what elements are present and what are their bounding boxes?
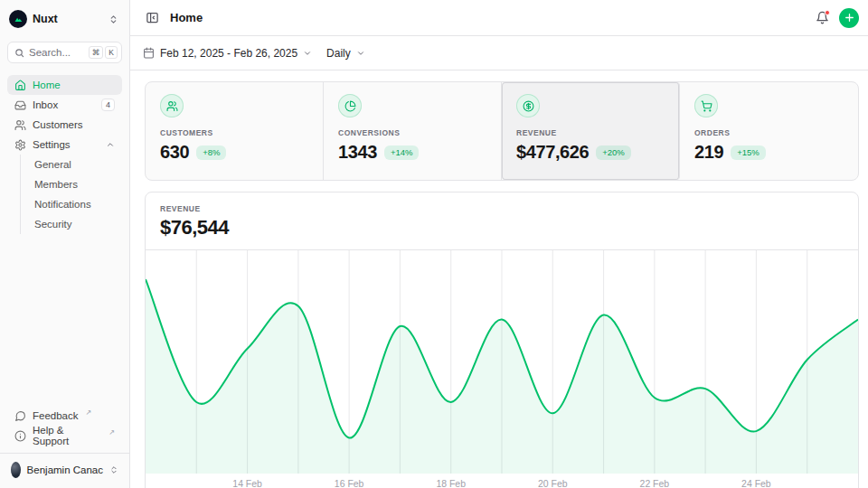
kbd-k: K [105,46,118,59]
user-menu[interactable]: Benjamin Canac [7,459,122,481]
search-shortcut: ⌘K [89,46,118,59]
sidebar-item-home[interactable]: Home [7,75,122,95]
sidebar-item-help-support[interactable]: Help & Support ↗ [7,426,122,446]
main-panel: Home Feb 12, 2025 - Feb 26, 2025 [130,0,868,488]
search-input[interactable]: Search... ⌘K [7,42,122,63]
sidebar-divider [0,453,129,454]
stat-card-revenue[interactable]: REVENUE $477,626 +20% [502,82,680,180]
search-placeholder: Search... [29,47,84,58]
sidebar-nav: Home Inbox 4 Customers Settings [7,75,122,234]
page-title: Home [170,11,203,24]
kbd-cmd: ⌘ [89,46,104,59]
calendar-icon [143,47,155,59]
svg-text:20 Feb: 20 Feb [538,479,568,488]
chevrons-up-down-icon [109,465,118,474]
chart-header: REVENUE $76,544 [146,192,858,250]
chevron-down-icon [303,49,312,58]
sidebar-item-notifications[interactable]: Notifications [31,194,122,214]
dollar-circle-icon [516,94,540,117]
settings-subnav: General Members Notifications Security [20,155,122,234]
inbox-count-badge: 4 [101,99,115,111]
sidebar-item-customers[interactable]: Customers [7,115,122,135]
delta-badge: +20% [596,145,631,160]
stat-value: 1343 [338,142,377,163]
granularity-select[interactable]: Daily [326,47,365,60]
external-link-icon: ↗ [108,428,115,436]
delta-badge: +14% [384,145,420,160]
stat-card-customers[interactable]: CUSTOMERS 630 +8% [146,82,324,180]
nuxt-logo [9,10,27,28]
home-icon [14,80,26,91]
dashboard-app: Nuxt Search... ⌘K Home In [0,0,868,488]
dashboard-content: CUSTOMERS 630 +8% CONVERSIONS 1343 +14% [130,70,868,488]
revenue-chart-card: REVENUE $76,544 14 Feb16 Feb18 Feb20 Feb… [145,192,859,488]
external-link-icon: ↗ [86,408,92,417]
stat-label: REVENUE [516,128,665,137]
search-icon [14,48,24,58]
chevron-down-icon [356,49,365,58]
svg-text:18 Feb: 18 Feb [436,479,466,488]
gear-icon [14,139,26,151]
users-icon [160,94,184,117]
sidebar-item-label: Notifications [34,199,91,210]
stat-value: 219 [694,142,723,163]
sidebar-item-label: Members [34,179,78,190]
stat-label: CONVERSIONS [338,128,486,137]
users-icon [14,119,26,131]
top-header: Home [130,0,868,36]
stat-label: ORDERS [694,128,844,137]
sidebar-item-label: Settings [33,139,71,150]
stat-card-conversions[interactable]: CONVERSIONS 1343 +14% [324,82,502,180]
inbox-icon [14,99,26,111]
sidebar-item-label: General [34,159,71,170]
stat-card-orders[interactable]: ORDERS 219 +15% [680,82,858,180]
delta-badge: +8% [196,145,226,160]
plus-icon [844,12,855,23]
workspace-switcher[interactable]: Nuxt [7,8,122,30]
avatar [11,462,21,478]
delta-badge: +15% [731,145,766,160]
unread-dot [825,10,830,15]
workspace-name: Nuxt [33,13,58,25]
svg-text:24 Feb: 24 Feb [741,479,771,488]
date-range-label: Feb 12, 2025 - Feb 26, 2025 [160,47,297,60]
sidebar-item-label: Home [33,80,61,90]
stat-value: $477,626 [516,142,589,163]
sidebar-item-label: Inbox [33,99,58,110]
sidebar-item-label: Feedback [33,410,79,421]
sidebar-item-settings[interactable]: Settings [7,135,122,155]
user-name: Benjamin Canac [27,465,103,475]
svg-text:14 Feb: 14 Feb [232,479,262,488]
revenue-chart-svg: 14 Feb16 Feb18 Feb20 Feb22 Feb24 Feb [146,250,858,488]
chart-metric-label: REVENUE [160,204,844,213]
sidebar-item-feedback[interactable]: Feedback ↗ [7,406,122,426]
stats-row: CUSTOMERS 630 +8% CONVERSIONS 1343 +14% [145,81,859,181]
filters-toolbar: Feb 12, 2025 - Feb 26, 2025 Daily [130,36,868,70]
cart-icon [694,94,718,117]
sidebar-item-label: Help & Support [33,425,101,446]
chevrons-up-down-icon [108,14,118,24]
sidebar-item-security[interactable]: Security [31,214,122,234]
add-button[interactable] [839,8,859,28]
sidebar-item-inbox[interactable]: Inbox 4 [7,95,122,115]
sidebar-item-label: Security [34,219,72,230]
panel-left-close-icon [146,11,159,24]
granularity-label: Daily [326,47,351,60]
sidebar-item-general[interactable]: General [31,155,122,174]
stat-value: 630 [160,142,189,163]
info-icon [14,430,26,442]
pie-chart-icon [338,94,362,117]
notifications-button[interactable] [813,8,832,27]
chart-metric-value: $76,544 [160,216,844,239]
chevron-up-icon [106,140,115,149]
svg-text:22 Feb: 22 Feb [640,479,670,488]
chat-bubble-icon [14,410,26,422]
svg-text:16 Feb: 16 Feb [335,479,364,488]
sidebar: Nuxt Search... ⌘K Home In [0,0,130,488]
collapse-sidebar-button[interactable] [143,8,162,27]
sidebar-item-label: Customers [33,119,83,130]
date-range-picker[interactable]: Feb 12, 2025 - Feb 26, 2025 [143,47,312,60]
sidebar-item-members[interactable]: Members [31,174,122,194]
stat-label: CUSTOMERS [160,128,308,137]
